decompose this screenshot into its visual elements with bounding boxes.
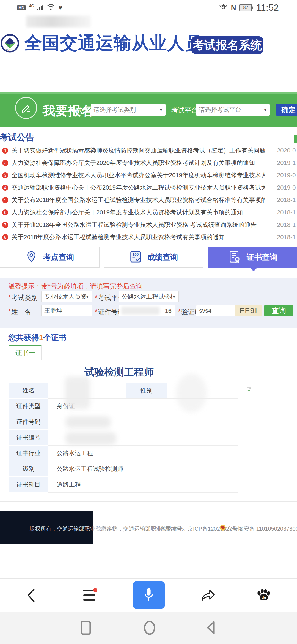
captcha-input[interactable]: svs4 bbox=[196, 305, 235, 316]
hd-icon: HD bbox=[17, 5, 26, 10]
exam-type-label: *考试类别 bbox=[8, 293, 38, 302]
site-logo: PQAMT bbox=[1, 34, 19, 53]
divider bbox=[0, 501, 297, 502]
announcement-text: 关于2018年度公路水运工程试验检测专业技术人员职业资格考试有关事项的通知 bbox=[12, 233, 225, 241]
redaction-smudge bbox=[121, 307, 160, 315]
row-label: 证件号码 bbox=[9, 414, 48, 430]
score-sheet-icon: 100 bbox=[130, 250, 142, 264]
chevron-down-icon: ▼ bbox=[86, 295, 89, 299]
announcement-text: 关于切实做好新型冠状病毒感染肺炎疫情防控期间交通运输职业资格考试（鉴定）工作有关… bbox=[12, 146, 265, 155]
id-number-input[interactable]: 16 bbox=[119, 305, 175, 316]
copyright-text: 版权所有：交通运输部职业资格中心 bbox=[29, 525, 117, 533]
row-label: 证书科目 bbox=[9, 477, 48, 493]
exam-type-select[interactable]: 专业技术人员资格 ▼ bbox=[41, 291, 92, 302]
partial-image-remnant bbox=[26, 16, 91, 27]
announcement-date: 2018-1 bbox=[277, 197, 297, 204]
back-chevron-icon bbox=[26, 588, 36, 602]
certificate-count: 1 bbox=[39, 333, 43, 342]
share-button[interactable] bbox=[197, 579, 219, 612]
browser-menu-button[interactable] bbox=[79, 579, 101, 612]
voice-search-button[interactable] bbox=[133, 581, 165, 609]
platform-banner-select[interactable]: 请选择考试平台 ▼ bbox=[196, 104, 270, 116]
form-tip: 温馨提示：带*号为必填项，请填写完整后查询 bbox=[8, 282, 143, 291]
svg-text:PQAMT: PQAMT bbox=[6, 48, 14, 51]
row-label: 证书行业 bbox=[9, 446, 48, 461]
announcements-title: 考试公告 bbox=[0, 132, 34, 144]
chevron-down-icon: ▼ bbox=[172, 295, 176, 299]
announcement-date: 2018-1 bbox=[277, 234, 297, 241]
certificate-query-form: 温馨提示：带*号为必填项，请填写完整后查询 *考试类别 专业技术人员资格 ▼ *… bbox=[0, 278, 297, 328]
table-row: 证件号码 bbox=[9, 414, 238, 430]
announcement-date: 2018-1 bbox=[277, 209, 297, 216]
police-record-link[interactable]: 京公网安备 11010502037800号 bbox=[227, 525, 297, 533]
share-arrow-icon bbox=[200, 588, 216, 602]
site-header: PQAMT 全国交通运输从业人员 考试报名系统 bbox=[0, 15, 297, 92]
location-pin-icon bbox=[25, 250, 38, 264]
chevron-down-icon: ▼ bbox=[159, 108, 163, 112]
tab-score-query[interactable]: 100 成绩查询 bbox=[104, 247, 204, 268]
home-button[interactable] bbox=[142, 620, 157, 636]
announcement-date: 2019-0 bbox=[277, 172, 297, 179]
battery-level: 87 bbox=[239, 4, 252, 11]
tab-certificate-query[interactable]: 证书查询 bbox=[208, 247, 297, 268]
health-heart-icon: ♥ bbox=[58, 4, 62, 11]
announcement-item[interactable]: 2 人力资源社会保障部办公厅关于2020年度专业技术人员职业资格考试计划及有关事… bbox=[0, 157, 297, 169]
announcement-number-badge: 2 bbox=[2, 160, 8, 166]
name-input[interactable]: 王鹏坤 bbox=[41, 305, 92, 316]
site-title: 全国交通运输从业人员 bbox=[24, 31, 203, 55]
announcement-number-badge: 6 bbox=[2, 209, 8, 215]
table-row: 证书编号 bbox=[9, 430, 238, 446]
status-bar: HD 4G ♥ N 87 11:52 bbox=[0, 0, 297, 15]
row-value: 公路水运工程试验检测师 bbox=[48, 461, 238, 477]
chevron-down-icon: ▼ bbox=[263, 108, 267, 112]
nav-back-button[interactable] bbox=[205, 620, 218, 636]
certificate-photo-placeholder bbox=[246, 386, 293, 440]
announcements-list: 1 关于切实做好新型冠状病毒感染肺炎疫情防控期间交通运输职业资格考试（鉴定）工作… bbox=[0, 144, 297, 243]
announcement-item[interactable]: 3 全国机动车检测维修专业技术人员职业水平考试办公室关于2019年度机动车检测维… bbox=[0, 169, 297, 181]
baidu-home-button[interactable]: du bbox=[253, 579, 275, 612]
captcha-image[interactable]: FF9I bbox=[235, 305, 262, 316]
announcement-item[interactable]: 8 关于2018年度公路水运工程试验检测专业技术人员职业资格考试有关事项的通知 … bbox=[0, 231, 297, 243]
gender-row-label: 性别 bbox=[126, 383, 167, 398]
announcement-number-badge: 4 bbox=[2, 185, 8, 191]
recent-apps-button[interactable] bbox=[80, 620, 92, 636]
announcement-text: 关于开通2018年全国公路水运工程试验检测专业技术人员职业资格 考试成绩查询系统… bbox=[12, 221, 257, 229]
name-label: *姓 名 bbox=[8, 307, 31, 316]
confirm-button[interactable]: 确定 bbox=[276, 104, 297, 116]
announcement-item[interactable]: 4 交通运输部职业资格中心关于公布2019年度公路水运工程试验检测专业技术人员职… bbox=[0, 181, 297, 194]
row-label: 级别 bbox=[9, 461, 48, 477]
page-footer: 版权所有：交通运输部职业资格中心 信息维护：交通运输部职业资格中心 备案编号：京… bbox=[0, 508, 297, 578]
browser-back-button[interactable] bbox=[20, 579, 42, 612]
announcement-item[interactable]: 1 关于切实做好新型冠状病毒感染肺炎疫情防控期间交通运输职业资格考试（鉴定）工作… bbox=[0, 144, 297, 157]
query-submit-button[interactable]: 查询 bbox=[264, 305, 293, 316]
announcement-item[interactable]: 6 人力资源社会保障部办公厅关于2019年度专业技术人员资格考试计划及有关事项的… bbox=[0, 206, 297, 219]
signup-banner: 我要报名 考试类别 请选择考试类别 ▼ 考试平台 请选择考试平台 ▼ 确定 bbox=[0, 92, 297, 127]
site-subtitle-badge: 考试报名系统 bbox=[191, 36, 263, 54]
announcement-item[interactable]: 7 关于开通2018年全国公路水运工程试验检测专业技术人员职业资格 考试成绩查询… bbox=[0, 219, 297, 231]
announcement-number-badge: 8 bbox=[2, 234, 8, 240]
clock-time: 11:52 bbox=[256, 2, 279, 13]
announcement-text: 人力资源社会保障部办公厅关于2020年度专业技术人员职业资格考试计划及有关事项的… bbox=[12, 159, 255, 167]
police-badge-icon bbox=[220, 525, 226, 531]
redaction-smudge bbox=[65, 432, 116, 445]
broken-image-icon bbox=[247, 387, 252, 394]
browser-toolbar: du bbox=[0, 578, 297, 612]
announcement-text: 人力资源社会保障部办公厅关于2019年度专业技术人员资格考试计划及有关事项的通知 bbox=[12, 208, 243, 217]
redaction-smudge bbox=[176, 374, 207, 412]
notification-dot bbox=[93, 588, 97, 592]
announcement-date: 2018-1 bbox=[277, 221, 297, 228]
tab-site-query[interactable]: 考点查询 bbox=[0, 247, 100, 268]
exam-type-banner-select[interactable]: 请选择考试类别 ▼ bbox=[91, 104, 166, 116]
announcements-section: 考试公告 1 关于切实做好新型冠状病毒感染肺炎疫情防控期间交通运输职业资格考试（… bbox=[0, 127, 297, 245]
table-row: 证书科目 道路工程 bbox=[9, 477, 238, 493]
announcements-more-button[interactable] bbox=[294, 135, 297, 143]
row-value: 道路工程 bbox=[48, 477, 238, 492]
network-type-icon: 4G bbox=[29, 4, 34, 8]
platform-select[interactable]: 公路水运工程试验检测专业技 ▼ bbox=[119, 291, 179, 302]
query-tabs: 考点查询 100 成绩查询 证书查询 bbox=[0, 245, 297, 278]
announcement-item[interactable]: 5 关于公布2018年度全国公路水运工程试验检测专业技术人员职业资格考试合格标准… bbox=[0, 194, 297, 206]
redaction-smudge bbox=[65, 376, 90, 409]
platform-banner-label: 考试平台 bbox=[171, 106, 198, 115]
announcement-number-badge: 3 bbox=[2, 172, 8, 178]
certificate-tab-1[interactable]: 证书一 bbox=[9, 345, 42, 360]
